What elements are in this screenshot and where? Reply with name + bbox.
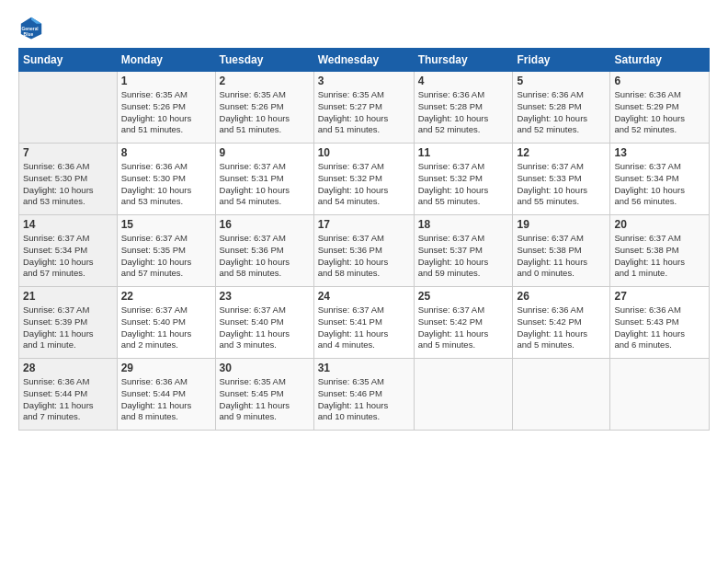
calendar-cell: 20Sunrise: 6:37 AM Sunset: 5:38 PM Dayli… — [610, 215, 710, 287]
day-number: 6 — [614, 75, 705, 87]
cell-content: Sunrise: 6:37 AM Sunset: 5:36 PM Dayligh… — [318, 233, 410, 280]
page: General Blue SundayMondayTuesdayWednesda… — [0, 0, 728, 440]
cell-content: Sunrise: 6:37 AM Sunset: 5:33 PM Dayligh… — [517, 161, 606, 208]
cell-content: Sunrise: 6:36 AM Sunset: 5:30 PM Dayligh… — [23, 161, 113, 208]
cell-content: Sunrise: 6:37 AM Sunset: 5:40 PM Dayligh… — [220, 304, 310, 351]
cell-content: Sunrise: 6:36 AM Sunset: 5:28 PM Dayligh… — [517, 89, 606, 136]
calendar-cell: 7Sunrise: 6:36 AM Sunset: 5:30 PM Daylig… — [19, 144, 118, 215]
day-number: 26 — [517, 290, 606, 303]
cell-content: Sunrise: 6:37 AM Sunset: 5:37 PM Dayligh… — [418, 233, 509, 280]
calendar-cell — [414, 359, 513, 431]
cell-content: Sunrise: 6:37 AM Sunset: 5:38 PM Dayligh… — [517, 233, 606, 280]
column-header-monday: Monday — [117, 49, 215, 72]
week-row-4: 21Sunrise: 6:37 AM Sunset: 5:39 PM Dayli… — [19, 287, 710, 359]
cell-content: Sunrise: 6:35 AM Sunset: 5:26 PM Dayligh… — [220, 89, 310, 136]
calendar-cell: 25Sunrise: 6:37 AM Sunset: 5:42 PM Dayli… — [414, 287, 513, 359]
day-number: 18 — [418, 218, 509, 231]
day-number: 3 — [318, 75, 410, 87]
cell-content: Sunrise: 6:36 AM Sunset: 5:29 PM Dayligh… — [614, 89, 705, 136]
calendar-cell — [19, 72, 118, 144]
calendar-cell — [513, 359, 610, 431]
day-number: 15 — [121, 218, 211, 231]
calendar-cell: 26Sunrise: 6:36 AM Sunset: 5:42 PM Dayli… — [513, 287, 610, 359]
header-row: SundayMondayTuesdayWednesdayThursdayFrid… — [19, 49, 710, 72]
cell-content: Sunrise: 6:37 AM Sunset: 5:38 PM Dayligh… — [614, 233, 705, 280]
calendar-cell: 17Sunrise: 6:37 AM Sunset: 5:36 PM Dayli… — [313, 215, 414, 287]
day-number: 22 — [121, 290, 211, 303]
cell-content: Sunrise: 6:37 AM Sunset: 5:42 PM Dayligh… — [418, 304, 509, 351]
calendar-cell: 5Sunrise: 6:36 AM Sunset: 5:28 PM Daylig… — [513, 72, 610, 144]
calendar-cell: 22Sunrise: 6:37 AM Sunset: 5:40 PM Dayli… — [117, 287, 215, 359]
day-number: 17 — [318, 218, 410, 231]
day-number: 9 — [220, 146, 310, 159]
column-header-wednesday: Wednesday — [313, 49, 414, 72]
day-number: 7 — [23, 146, 113, 159]
header: General Blue — [18, 15, 710, 40]
column-header-friday: Friday — [513, 49, 610, 72]
day-number: 10 — [318, 146, 410, 159]
calendar-cell: 3Sunrise: 6:35 AM Sunset: 5:27 PM Daylig… — [313, 72, 414, 144]
calendar-cell: 6Sunrise: 6:36 AM Sunset: 5:29 PM Daylig… — [610, 72, 710, 144]
calendar-cell: 29Sunrise: 6:36 AM Sunset: 5:44 PM Dayli… — [117, 359, 215, 431]
day-number: 23 — [220, 290, 310, 303]
day-number: 30 — [220, 362, 310, 374]
calendar-cell: 18Sunrise: 6:37 AM Sunset: 5:37 PM Dayli… — [414, 215, 513, 287]
calendar-cell: 4Sunrise: 6:36 AM Sunset: 5:28 PM Daylig… — [414, 72, 513, 144]
day-number: 16 — [220, 218, 310, 231]
calendar-cell: 28Sunrise: 6:36 AM Sunset: 5:44 PM Dayli… — [19, 359, 118, 431]
cell-content: Sunrise: 6:37 AM Sunset: 5:34 PM Dayligh… — [23, 233, 113, 280]
calendar-cell: 15Sunrise: 6:37 AM Sunset: 5:35 PM Dayli… — [117, 215, 215, 287]
cell-content: Sunrise: 6:37 AM Sunset: 5:32 PM Dayligh… — [318, 161, 410, 208]
cell-content: Sunrise: 6:35 AM Sunset: 5:27 PM Dayligh… — [318, 89, 410, 136]
day-number: 25 — [418, 290, 509, 303]
cell-content: Sunrise: 6:36 AM Sunset: 5:43 PM Dayligh… — [614, 304, 705, 351]
cell-content: Sunrise: 6:36 AM Sunset: 5:44 PM Dayligh… — [121, 376, 211, 423]
day-number: 29 — [121, 362, 211, 374]
calendar-cell: 2Sunrise: 6:35 AM Sunset: 5:26 PM Daylig… — [215, 72, 313, 144]
column-header-tuesday: Tuesday — [215, 49, 313, 72]
calendar-cell: 10Sunrise: 6:37 AM Sunset: 5:32 PM Dayli… — [313, 144, 414, 215]
day-number: 14 — [23, 218, 113, 231]
day-number: 19 — [517, 218, 606, 231]
cell-content: Sunrise: 6:37 AM Sunset: 5:41 PM Dayligh… — [318, 304, 410, 351]
svg-text:Blue: Blue — [24, 32, 34, 37]
day-number: 4 — [418, 75, 509, 87]
calendar-cell: 21Sunrise: 6:37 AM Sunset: 5:39 PM Dayli… — [19, 287, 118, 359]
svg-text:General: General — [22, 27, 40, 31]
calendar-cell: 13Sunrise: 6:37 AM Sunset: 5:34 PM Dayli… — [610, 144, 710, 215]
week-row-5: 28Sunrise: 6:36 AM Sunset: 5:44 PM Dayli… — [19, 359, 710, 431]
week-row-2: 7Sunrise: 6:36 AM Sunset: 5:30 PM Daylig… — [19, 144, 710, 215]
day-number: 24 — [318, 290, 410, 303]
day-number: 2 — [220, 75, 310, 87]
logo: General Blue — [18, 15, 48, 40]
cell-content: Sunrise: 6:36 AM Sunset: 5:30 PM Dayligh… — [121, 161, 211, 208]
calendar-cell: 24Sunrise: 6:37 AM Sunset: 5:41 PM Dayli… — [313, 287, 414, 359]
cell-content: Sunrise: 6:35 AM Sunset: 5:26 PM Dayligh… — [121, 89, 211, 136]
calendar-table: SundayMondayTuesdayWednesdayThursdayFrid… — [18, 48, 710, 431]
day-number: 28 — [23, 362, 113, 374]
day-number: 8 — [121, 146, 211, 159]
cell-content: Sunrise: 6:37 AM Sunset: 5:31 PM Dayligh… — [220, 161, 310, 208]
day-number: 1 — [121, 75, 211, 87]
cell-content: Sunrise: 6:37 AM Sunset: 5:34 PM Dayligh… — [614, 161, 705, 208]
week-row-1: 1Sunrise: 6:35 AM Sunset: 5:26 PM Daylig… — [19, 72, 710, 144]
day-number: 20 — [614, 218, 705, 231]
calendar-cell: 27Sunrise: 6:36 AM Sunset: 5:43 PM Dayli… — [610, 287, 710, 359]
cell-content: Sunrise: 6:36 AM Sunset: 5:28 PM Dayligh… — [418, 89, 509, 136]
calendar-cell: 14Sunrise: 6:37 AM Sunset: 5:34 PM Dayli… — [19, 215, 118, 287]
day-number: 21 — [23, 290, 113, 303]
cell-content: Sunrise: 6:37 AM Sunset: 5:39 PM Dayligh… — [23, 304, 113, 351]
cell-content: Sunrise: 6:37 AM Sunset: 5:32 PM Dayligh… — [418, 161, 509, 208]
logo-icon: General Blue — [18, 15, 44, 40]
calendar-cell — [610, 359, 710, 431]
day-number: 31 — [318, 362, 410, 374]
calendar-cell: 16Sunrise: 6:37 AM Sunset: 5:36 PM Dayli… — [215, 215, 313, 287]
column-header-sunday: Sunday — [19, 49, 118, 72]
cell-content: Sunrise: 6:37 AM Sunset: 5:36 PM Dayligh… — [220, 233, 310, 280]
calendar-cell: 8Sunrise: 6:36 AM Sunset: 5:30 PM Daylig… — [117, 144, 215, 215]
cell-content: Sunrise: 6:36 AM Sunset: 5:44 PM Dayligh… — [23, 376, 113, 423]
calendar-cell: 12Sunrise: 6:37 AM Sunset: 5:33 PM Dayli… — [513, 144, 610, 215]
calendar-cell: 23Sunrise: 6:37 AM Sunset: 5:40 PM Dayli… — [215, 287, 313, 359]
day-number: 12 — [517, 146, 606, 159]
cell-content: Sunrise: 6:37 AM Sunset: 5:40 PM Dayligh… — [121, 304, 211, 351]
